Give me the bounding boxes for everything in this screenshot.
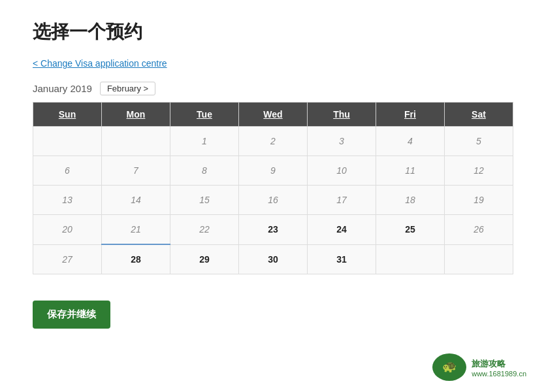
calendar-col-header: Tue (170, 103, 239, 127)
calendar-day: 11 (376, 156, 445, 186)
calendar-col-header: Mon (102, 103, 170, 127)
calendar-row: 2728293031 (33, 244, 513, 274)
calendar-col-header: Sat (445, 103, 513, 127)
calendar-row: 12345 (33, 127, 513, 156)
calendar-day: 9 (239, 156, 308, 186)
calendar-day: 21 (102, 215, 170, 245)
calendar-row: 6789101112 (33, 156, 513, 186)
calendar-row: 20212223242526 (33, 215, 513, 245)
calendar-col-header: Fri (376, 103, 445, 127)
svg-text:🐢: 🐢 (442, 359, 457, 374)
calendar-day: 22 (170, 215, 239, 245)
calendar-day: 7 (102, 156, 170, 186)
calendar-day (102, 127, 170, 156)
calendar-header-row: SunMonTueWedThuFriSat (33, 103, 513, 127)
calendar-day: 3 (308, 127, 376, 156)
calendar-day: 5 (445, 127, 513, 156)
calendar-day: 1 (170, 127, 239, 156)
calendar-day: 27 (33, 244, 102, 274)
watermark: 🐢 旅游攻略 www.1681989.cn (432, 353, 526, 382)
calendar-day: 6 (33, 156, 102, 186)
next-month-button[interactable]: February > (100, 82, 155, 95)
calendar-day: 12 (445, 156, 513, 186)
calendar-day[interactable]: 31 (308, 244, 376, 274)
calendar-day: 15 (170, 186, 239, 215)
calendar-day: 18 (376, 186, 445, 215)
calendar-day[interactable]: 29 (170, 244, 239, 274)
calendar-day (33, 127, 102, 156)
calendar-day[interactable]: 28 (102, 244, 170, 274)
watermark-url: www.1681989.cn (472, 370, 526, 378)
calendar-row: 13141516171819 (33, 186, 513, 215)
calendar-day: 26 (445, 215, 513, 245)
calendar-day: 19 (445, 186, 513, 215)
calendar-col-header: Sun (33, 103, 102, 127)
calendar-col-header: Wed (239, 103, 308, 127)
calendar-day[interactable]: 23 (239, 215, 308, 245)
calendar-day: 14 (102, 186, 170, 215)
page-container: 选择一个预约 < Change Visa application centre … (0, 0, 546, 348)
calendar-day[interactable]: 24 (308, 215, 376, 245)
watermark-brand: 旅游攻略 (472, 358, 526, 370)
calendar-day: 16 (239, 186, 308, 215)
calendar-col-header: Thu (308, 103, 376, 127)
calendar-day (445, 244, 513, 274)
calendar-day: 8 (170, 156, 239, 186)
month-label: January 2019 (33, 83, 92, 94)
calendar-day: 13 (33, 186, 102, 215)
calendar-day: 10 (308, 156, 376, 186)
calendar-day[interactable]: 30 (239, 244, 308, 274)
calendar-day: 4 (376, 127, 445, 156)
save-continue-button[interactable]: 保存并继续 (33, 301, 110, 329)
calendar-table: SunMonTueWedThuFriSat 123456789101112131… (33, 102, 513, 274)
calendar-day: 2 (239, 127, 308, 156)
calendar-day[interactable]: 25 (376, 215, 445, 245)
calendar-day (376, 244, 445, 274)
calendar-day: 20 (33, 215, 102, 245)
calendar-header: January 2019 February > (33, 82, 513, 95)
calendar-day: 17 (308, 186, 376, 215)
page-title: 选择一个预约 (33, 20, 513, 44)
change-visa-link[interactable]: < Change Visa application centre (33, 58, 167, 69)
watermark-logo-icon: 🐢 (432, 353, 468, 382)
